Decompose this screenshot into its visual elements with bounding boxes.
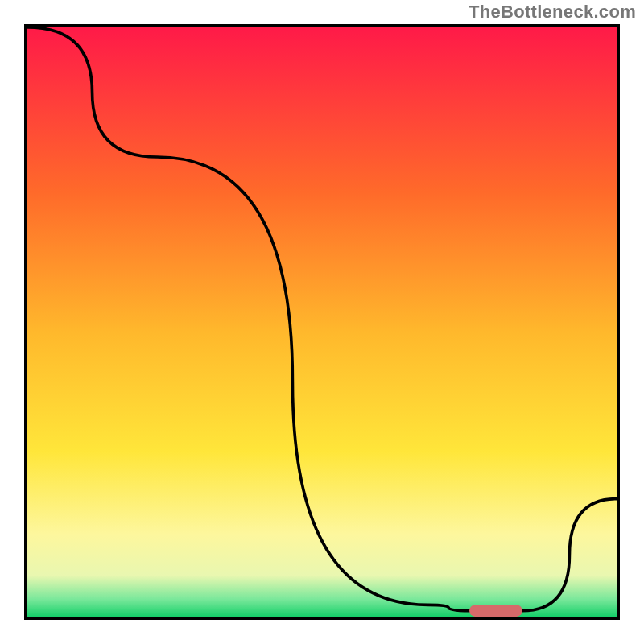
chart-overlay: [27, 27, 617, 617]
plot-area: [24, 24, 620, 620]
watermark-text: TheBottleneck.com: [469, 2, 636, 23]
optimal-marker: [469, 605, 522, 617]
chart-container: TheBottleneck.com: [0, 0, 644, 644]
bottleneck-curve: [27, 27, 617, 611]
